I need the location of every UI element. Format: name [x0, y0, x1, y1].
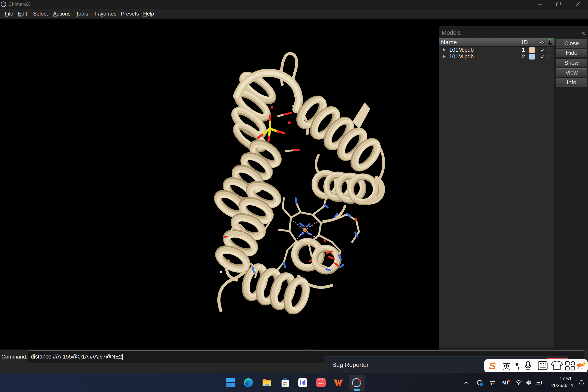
svg-text:z: z	[582, 380, 583, 382]
svg-text:M: M	[502, 380, 506, 386]
svg-text:S: S	[489, 360, 496, 372]
svg-text:X: X	[3, 1, 6, 5]
svg-text:英: 英	[503, 362, 510, 370]
svg-text:X: X	[358, 377, 361, 382]
svg-text:HUAWEI: HUAWEI	[318, 382, 324, 384]
